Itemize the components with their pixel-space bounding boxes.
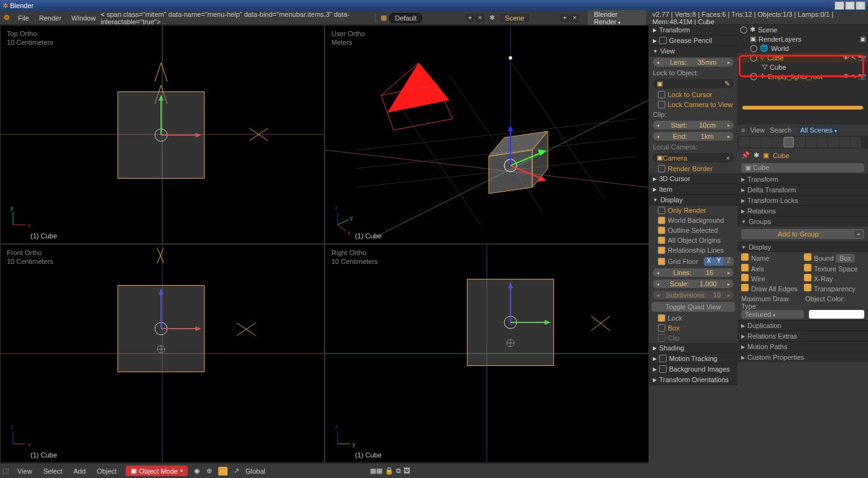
panel-duplication[interactable]: Duplication (737, 320, 868, 330)
panel-motion-tracking[interactable]: Motion Tracking (649, 354, 737, 364)
local-camera-field[interactable]: ▣ Camera× (653, 153, 734, 162)
object-color-swatch[interactable] (809, 310, 864, 319)
panel-delta-transform[interactable]: Delta Transform (737, 184, 868, 195)
outliner-cube[interactable]: ◯▽Cube👁 ↖ 📷 (737, 53, 868, 62)
outline-selected-check[interactable]: Outline Selected (649, 225, 737, 235)
quad-clip-check[interactable]: Clip (649, 333, 737, 343)
outliner-editor-icon[interactable]: ≡ (741, 126, 745, 134)
menu-window[interactable]: Window (67, 14, 101, 22)
panel-grease-pencil[interactable]: Grease Pencil (649, 35, 737, 46)
viewport-front[interactable]: z x Front Ortho10 Centimeters (1) Cube (0, 244, 325, 463)
only-render-check[interactable]: Only Render (649, 205, 737, 215)
panel-3d-cursor[interactable]: 3D Cursor (649, 174, 737, 184)
clip-start-field[interactable]: ◂Start:10cm▸ (653, 121, 734, 129)
outliner-search-menu[interactable]: Search (770, 126, 792, 134)
panel-item[interactable]: Item (649, 184, 737, 195)
panel-relations[interactable]: Relations (737, 205, 868, 216)
viewport-top[interactable]: y x Top Ortho10 Centimeters (1) Cube (0, 25, 325, 244)
tab-object[interactable] (783, 137, 794, 148)
menu-add[interactable]: Add (71, 467, 88, 475)
screen-layout-select[interactable]: Default (389, 13, 422, 23)
bound-check[interactable]: Bound Box (804, 253, 864, 263)
axis-check[interactable]: Axis (741, 264, 801, 273)
bound-type-select[interactable]: Box (836, 254, 855, 263)
lock-to-cursor-check[interactable]: Lock to Cursor (649, 90, 737, 100)
relationship-lines-check[interactable]: Relationship Lines (649, 245, 737, 255)
quad-lock-check[interactable]: Lock (649, 313, 737, 323)
scene-select[interactable]: Scene (500, 14, 529, 22)
panel-motion-paths[interactable]: Motion Paths (737, 341, 868, 352)
menu-view[interactable]: View (15, 467, 35, 475)
del-screen-button[interactable]: × (476, 14, 484, 22)
wire-check[interactable]: Wire (741, 274, 801, 283)
grid-subdiv-field[interactable]: ◂Subdivisions:10▸ (653, 291, 734, 299)
outliner-filter-select[interactable]: All Scenes ▾ (796, 126, 841, 134)
toggle-quad-button[interactable]: Toggle Quad View (652, 302, 735, 312)
add-to-group-button[interactable]: Add to Group+ (741, 229, 864, 239)
pivot-icon[interactable]: ⊕ (206, 467, 212, 475)
panel-custom-properties[interactable]: Custom Properties (737, 352, 868, 362)
xray-check[interactable]: X-Ray (804, 274, 864, 283)
layout-icon[interactable]: ▦ (378, 14, 389, 22)
panel-view[interactable]: View (649, 46, 737, 57)
add-scene-button[interactable]: + (560, 14, 569, 22)
world-bg-check[interactable]: World Background (649, 215, 737, 225)
mode-select[interactable]: ▣ Object Mode ▾ (126, 466, 188, 476)
viewport-user[interactable]: z y x User OrthoMeters (1) Cube (325, 25, 649, 244)
shading-icon[interactable]: ◉ (194, 467, 200, 475)
close-button[interactable]: × (856, 1, 866, 10)
menu-select[interactable]: Select (41, 467, 65, 475)
axis-z-toggle[interactable]: Z (724, 257, 734, 266)
outliner-view-menu[interactable]: View (750, 126, 765, 134)
minimize-button[interactable]: _ (834, 1, 844, 10)
panel-shading[interactable]: Shading (649, 343, 737, 354)
editor-type-icon[interactable]: ⬚ (2, 467, 9, 475)
render-engine-select[interactable]: Blender Render ▾ (588, 10, 646, 26)
tab-constraints[interactable] (795, 137, 805, 148)
outliner-cube-mesh[interactable]: ▽Cube (737, 62, 868, 72)
grid-lines-field[interactable]: ◂Lines:16▸ (653, 268, 734, 277)
maximize-button[interactable]: □ (845, 1, 855, 10)
n-panel[interactable]: Transform Grease Pencil View ◂Lens:35mm▸… (649, 25, 737, 478)
max-draw-select[interactable]: Textured ▾ (741, 310, 804, 319)
scene-icon[interactable]: ✱ (489, 14, 495, 22)
tab-texture[interactable] (839, 137, 850, 148)
cube-object[interactable] (467, 279, 554, 366)
axis-y-toggle[interactable]: Y (714, 257, 724, 266)
outliner-empty[interactable]: ◯✛Empty_lights_root👁 ↖ 📷 (737, 72, 868, 81)
clip-end-field[interactable]: ◂End:1km▸ (653, 132, 734, 141)
pin-icon[interactable]: 📌 (741, 151, 750, 159)
tab-modifiers[interactable] (806, 137, 816, 148)
properties-editor[interactable]: 📌✱ ▣Cube ▣ Cube Transform Delta Transfor… (737, 136, 868, 478)
render-border-check[interactable]: Render Border (649, 164, 737, 174)
lock-camera-check[interactable]: Lock Camera to View (649, 100, 737, 110)
grid-floor-check[interactable]: Grid Floor XYZ (649, 255, 737, 267)
snap-icon[interactable]: ⧉ (396, 467, 401, 475)
all-origins-check[interactable]: All Object Origins (649, 235, 737, 245)
panel-bg-images[interactable]: Background Images (649, 364, 737, 375)
panel-display[interactable]: Display (649, 195, 737, 205)
cube-object[interactable] (118, 285, 205, 372)
outliner-world[interactable]: ◯🌐World (737, 44, 868, 53)
lock-icon[interactable]: 🔒 (385, 467, 394, 475)
lens-field[interactable]: ◂Lens:35mm▸ (653, 58, 734, 67)
tab-physics[interactable] (851, 137, 861, 148)
menu-render[interactable]: Render (34, 14, 67, 22)
tab-render-layers[interactable] (750, 137, 760, 148)
panel-transform[interactable]: Transform (649, 25, 737, 35)
manipulator-toggle[interactable]: ↔ (218, 467, 228, 476)
texture-space-check[interactable]: Texture Space (804, 264, 864, 273)
panel-display[interactable]: Display (737, 241, 868, 252)
render-preview-icon[interactable]: 🖼 (404, 467, 410, 475)
viewport-right[interactable]: z y Right Ortho10 Centimeters (1) Cube (325, 244, 649, 463)
draw-edges-check[interactable]: Draw All Edges (741, 284, 801, 293)
tab-render[interactable] (739, 137, 749, 148)
lock-object-field[interactable]: ▣ ✎ (653, 79, 734, 88)
quad-view[interactable]: y x Top Ortho10 Centimeters (1) Cube (0, 25, 649, 463)
menu-object[interactable]: Object (95, 467, 119, 475)
tab-world[interactable] (772, 137, 783, 148)
name-check[interactable]: Name (741, 253, 801, 263)
del-scene-button[interactable]: × (570, 14, 579, 22)
axis-x-toggle[interactable]: X (704, 257, 714, 266)
panel-transform[interactable]: Transform (737, 174, 868, 184)
